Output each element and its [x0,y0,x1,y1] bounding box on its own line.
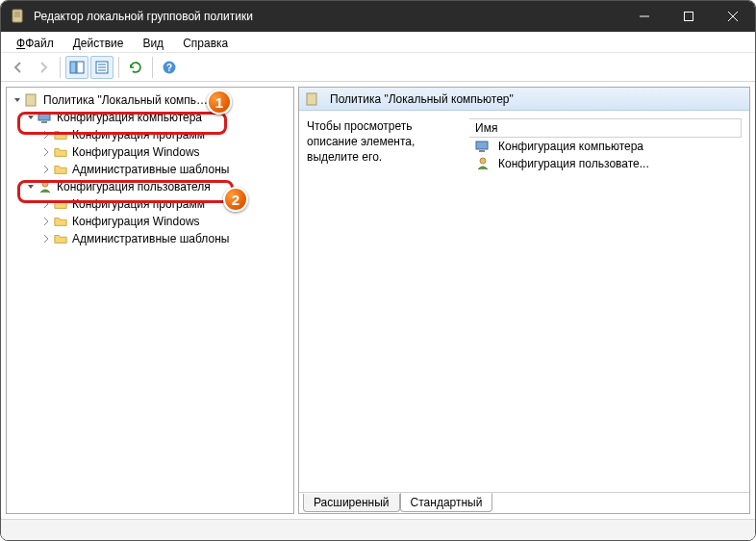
tree-root-label: Политика "Локальный компь… [43,93,208,107]
properties-button[interactable] [90,56,113,79]
svg-rect-9 [77,62,84,73]
policy-icon [24,92,39,108]
svg-rect-20 [307,93,316,105]
show-tree-button[interactable] [65,56,88,79]
list-item[interactable]: Конфигурация пользовате... [469,155,742,172]
chevron-right-icon[interactable] [39,197,53,211]
tree-label: Конфигурация Windows [72,145,200,159]
svg-rect-21 [476,142,488,149]
forward-button[interactable] [32,56,55,79]
list-label: Конфигурация компьютера [498,140,643,153]
detail-description: Чтобы просмотреть описание элемента, выд… [307,118,466,484]
toolbar-separator [152,57,153,78]
back-button[interactable] [7,56,30,79]
svg-rect-5 [685,13,693,21]
tree-item[interactable]: Конфигурация программ [9,126,291,143]
tree-item[interactable]: Административные шаблоны [9,161,291,178]
folder-icon [53,127,68,142]
tree-label: Конфигурация программ [72,197,205,211]
computer-icon [38,110,53,125]
chevron-right-icon[interactable] [39,232,53,245]
chevron-down-icon[interactable] [24,180,38,193]
tree-label: Конфигурация Windows [72,215,200,228]
help-button[interactable]: ? [158,56,181,79]
tabs: Расширенный Стандартный [299,492,749,513]
maximize-button[interactable] [667,1,711,32]
tree-item[interactable]: Административные шаблоны [9,230,291,247]
svg-point-23 [480,158,486,164]
minimize-button[interactable] [622,1,667,32]
detail-pane: Политика "Локальный компьютер" Чтобы про… [298,87,750,514]
tree-label: Конфигурация компьютера [57,111,202,124]
folder-icon [53,196,68,212]
window-title: Редактор локальной групповой политики [34,10,253,23]
user-icon [38,179,53,194]
window-controls [622,1,755,32]
content-area: Политика "Локальный компь… Конфигурация … [1,82,755,519]
computer-icon [475,139,491,154]
toolbar-separator [60,57,61,78]
statusbar [1,519,755,540]
menu-view[interactable]: Вид [133,32,173,52]
chevron-right-icon[interactable] [39,215,53,228]
toolbar-separator [118,57,119,78]
menubar: ФФайлФайл Действие Вид Справка [1,32,755,53]
list-label: Конфигурация пользовате... [498,157,649,170]
folder-icon [53,231,68,246]
tree-item[interactable]: Конфигурация Windows [9,143,291,161]
tree-label: Административные шаблоны [72,232,229,245]
chevron-right-icon[interactable] [39,145,53,159]
tree-label: Конфигурация пользователя [57,180,211,193]
tab-extended[interactable]: Расширенный [303,494,400,512]
svg-text:?: ? [166,63,172,73]
user-icon [475,156,491,171]
titlebar: Редактор локальной групповой политики [1,1,755,32]
svg-point-19 [42,181,48,187]
chevron-right-icon[interactable] [39,163,53,176]
close-button[interactable] [711,1,755,32]
toolbar: ? [1,53,755,82]
svg-rect-22 [479,150,485,152]
detail-title: Политика "Локальный компьютер" [330,92,514,106]
list-item[interactable]: Конфигурация компьютера [469,138,742,155]
tree-root[interactable]: Политика "Локальный компь… [9,91,291,109]
menu-file[interactable]: ФФайлФайл [7,32,63,52]
menu-action[interactable]: Действие [63,32,134,52]
detail-list: Имя Конфигурация компьютера Конфигурация… [469,118,742,484]
chevron-down-icon[interactable] [24,111,38,124]
folder-icon [53,162,68,177]
chevron-down-icon[interactable] [11,93,24,107]
app-window: Редактор локальной групповой политики ФФ… [0,0,756,541]
folder-icon [53,214,68,229]
policy-icon [305,91,320,107]
svg-rect-18 [41,121,47,123]
tree-label: Административные шаблоны [72,163,229,176]
folder-icon [53,144,68,160]
tree-user-config[interactable]: Конфигурация пользователя [9,178,291,195]
column-header-name[interactable]: Имя [469,118,742,138]
chevron-right-icon[interactable] [39,128,53,142]
app-icon [11,9,26,24]
svg-rect-17 [38,113,50,120]
tab-standard[interactable]: Стандартный [400,493,493,512]
tree-pane[interactable]: Политика "Локальный компь… Конфигурация … [6,87,294,514]
detail-header: Политика "Локальный компьютер" [299,88,749,111]
tree-computer-config[interactable]: Конфигурация компьютера [9,109,291,126]
refresh-button[interactable] [124,56,147,79]
tree-label: Конфигурация программ [72,128,205,142]
svg-rect-8 [70,62,76,73]
tree-item[interactable]: Конфигурация программ [9,195,291,213]
detail-body: Чтобы просмотреть описание элемента, выд… [299,111,749,492]
svg-rect-16 [26,94,36,106]
tree-item[interactable]: Конфигурация Windows [9,213,291,230]
menu-help[interactable]: Справка [173,32,238,52]
